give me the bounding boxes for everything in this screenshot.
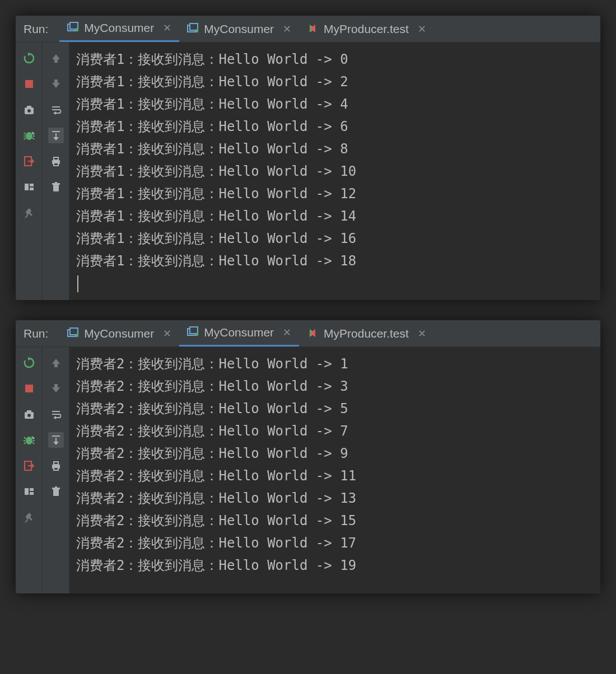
down-button[interactable] [48,381,64,396]
wrap-icon [50,409,62,420]
up-button[interactable] [48,355,64,371]
tab-myconsumer[interactable]: MyConsumer ✕ [179,16,299,42]
down-icon [50,383,62,394]
pin-icon [24,512,35,523]
console-line: 消费者2：接收到消息：Hello World -> 11 [76,465,600,487]
rerun-button[interactable] [21,355,37,371]
close-icon[interactable]: ✕ [283,326,291,339]
app-icon [187,327,198,338]
scroll-end-icon [50,130,62,141]
console-line: 消费者2：接收到消息：Hello World -> 3 [76,375,600,397]
scroll-end-button[interactable] [48,432,64,448]
close-icon[interactable]: ✕ [418,23,426,35]
tab-myproducer-test[interactable]: MyProducer.test ✕ [299,320,434,347]
run-panel: Run: MyConsumer ✕ MyConsumer ✕ MyProduce… [16,320,600,593]
run-toolbar-left [16,347,43,593]
console-line: 消费者1：接收到消息：Hello World -> 6 [76,115,600,138]
console-output[interactable]: 消费者2：接收到消息：Hello World -> 1消费者2：接收到消息：He… [69,347,600,593]
layout-button[interactable] [21,484,37,499]
caret-icon [77,275,78,292]
app-icon [187,24,198,35]
console-toolbar [43,43,69,300]
tab-label: MyProducer.test [324,327,409,340]
tab-label: MyConsumer [204,326,274,339]
debug-config-icon [24,434,35,446]
test-icon [307,24,318,35]
tab-label: MyConsumer [84,21,154,35]
up-icon [50,357,62,368]
tab-label: MyConsumer [204,22,274,36]
run-label: Run: [24,22,48,36]
rerun-button[interactable] [21,50,37,66]
tab-myproducer-test[interactable]: MyProducer.test ✕ [299,16,434,42]
stop-button[interactable] [21,381,37,396]
trash-icon [50,486,62,497]
trash-icon [50,181,62,193]
exit-button[interactable] [21,153,37,169]
up-icon [50,53,62,64]
print-icon [50,156,62,167]
wrap-icon [50,104,62,115]
scroll-end-button[interactable] [48,128,64,143]
down-icon [50,78,62,90]
stop-button[interactable] [21,76,37,92]
pin-button[interactable] [21,509,37,525]
close-icon[interactable]: ✕ [418,327,426,340]
rerun-icon [24,53,35,64]
run-tabbar: Run: MyConsumer ✕ MyConsumer ✕ MyProduce… [16,16,600,43]
close-icon[interactable]: ✕ [283,23,291,35]
close-icon[interactable]: ✕ [163,22,171,34]
console-line: 消费者1：接收到消息：Hello World -> 18 [76,250,600,272]
snapshot-button[interactable] [21,406,37,422]
run-body: 消费者2：接收到消息：Hello World -> 1消费者2：接收到消息：He… [16,347,600,593]
run-tabbar: Run: MyConsumer ✕ MyConsumer ✕ MyProduce… [16,320,600,347]
tab-myconsumer[interactable]: MyConsumer ✕ [59,16,179,42]
up-button[interactable] [48,50,64,66]
exit-icon [24,156,35,167]
close-icon[interactable]: ✕ [163,327,171,340]
run-label: Run: [24,327,48,340]
console-line: 消费者2：接收到消息：Hello World -> 1 [76,353,600,375]
pin-icon [24,207,35,218]
console-output[interactable]: 消费者1：接收到消息：Hello World -> 0消费者1：接收到消息：He… [69,43,600,300]
app-icon [67,328,78,339]
console-line: 消费者2：接收到消息：Hello World -> 19 [76,554,600,577]
print-button[interactable] [48,458,64,474]
pin-button[interactable] [21,205,37,221]
console-line: 消费者2：接收到消息：Hello World -> 9 [76,442,600,465]
run-panel: Run: MyConsumer ✕ MyConsumer ✕ MyProduce… [16,16,600,300]
layout-button[interactable] [21,179,37,195]
run-body: 消费者1：接收到消息：Hello World -> 0消费者1：接收到消息：He… [16,43,600,300]
stop-icon [24,383,35,394]
trash-button[interactable] [48,179,64,195]
print-icon [50,460,62,471]
console-line: 消费者2：接收到消息：Hello World -> 17 [76,532,600,554]
console-line: 消费者2：接收到消息：Hello World -> 7 [76,420,600,442]
test-icon [307,328,318,339]
console-line: 消费者1：接收到消息：Hello World -> 0 [76,48,600,71]
wrap-button[interactable] [48,406,64,422]
console-line: 消费者2：接收到消息：Hello World -> 15 [76,509,600,532]
print-button[interactable] [48,153,64,169]
debug-config-button[interactable] [21,432,37,448]
console-cursor-line [76,272,600,294]
trash-button[interactable] [48,484,64,499]
run-toolbar-left [16,43,43,300]
tab-myconsumer[interactable]: MyConsumer ✕ [179,320,299,347]
wrap-button[interactable] [48,102,64,118]
console-toolbar [43,347,69,593]
console-line: 消费者1：接收到消息：Hello World -> 16 [76,227,600,250]
snapshot-icon [24,104,35,115]
debug-config-button[interactable] [21,128,37,143]
snapshot-icon [24,409,35,420]
console-line: 消费者1：接收到消息：Hello World -> 14 [76,205,600,227]
tab-label: MyConsumer [84,327,154,340]
tab-myconsumer[interactable]: MyConsumer ✕ [59,320,179,347]
exit-icon [24,460,35,471]
down-button[interactable] [48,76,64,92]
tab-label: MyProducer.test [324,22,409,36]
console-line: 消费者1：接收到消息：Hello World -> 4 [76,93,600,115]
app-icon [67,22,78,34]
exit-button[interactable] [21,458,37,474]
snapshot-button[interactable] [21,102,37,118]
